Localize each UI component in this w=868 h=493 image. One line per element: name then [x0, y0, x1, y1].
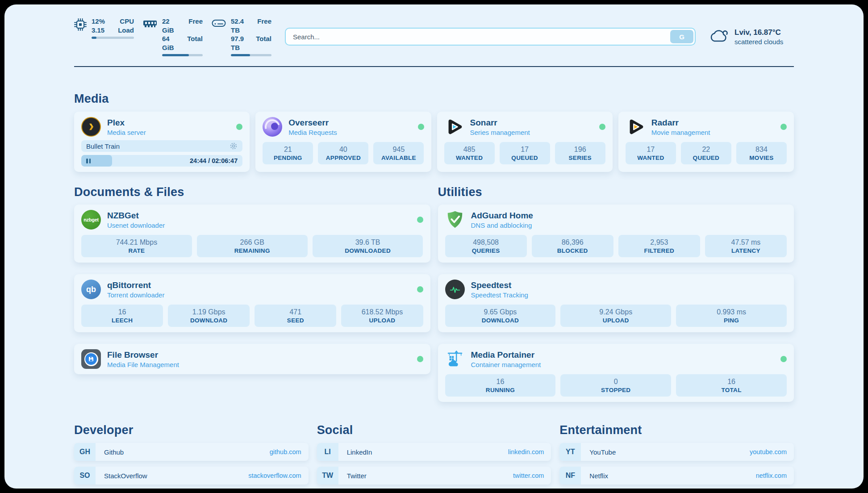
filebrowser-icon — [81, 349, 101, 369]
cpu-progress-track — [92, 37, 134, 39]
section-title-media: Media — [74, 92, 794, 106]
stat-pill: 485 WANTED — [444, 142, 495, 164]
bookmark-netflix[interactable]: NF Netflix netflix.com — [559, 467, 794, 485]
cpu-progress-fill — [92, 37, 96, 39]
app-title: Overseerr — [288, 118, 337, 128]
app-card-overseerr[interactable]: Overseerr Media Requests 21 PENDING 40 A… — [255, 112, 431, 172]
app-card-filebrowser[interactable]: File Browser Media File Management — [74, 344, 430, 374]
overseerr-icon — [263, 117, 282, 137]
ram-total-label: Total — [187, 34, 203, 52]
stat-pill: 47.57 ms LATENCY — [705, 235, 787, 257]
app-title: Speedtest — [471, 280, 528, 290]
bookmark-twitter[interactable]: TW Twitter twitter.com — [317, 467, 551, 485]
stat-pill: 16 LEECH — [81, 305, 163, 327]
stat-pill: 21 PENDING — [263, 142, 313, 164]
app-card-qbittorrent[interactable]: qb qBittorrent Torrent downloader 16 LEE… — [74, 274, 430, 332]
app-title: Media Portainer — [471, 350, 541, 360]
ram-free-value: 22 GiB — [162, 17, 183, 34]
stat-pill: 1.19 Gbps DOWNLOAD — [168, 305, 250, 327]
stat-pill: 471 SEED — [255, 305, 336, 327]
stat-pill: 16 TOTAL — [676, 374, 787, 397]
app-card-plex[interactable]: Plex Media server Bullet Train — [74, 112, 250, 172]
plex-progress-bar[interactable]: 24:44 / 02:06:47 — [81, 155, 242, 167]
qbittorrent-icon: qb — [81, 280, 101, 299]
app-card-speedtest[interactable]: Speedtest Speedtest Tracking 9.65 Gbps D… — [438, 274, 794, 332]
app-card-sonarr[interactable]: Sonarr Series management 485 WANTED 17 Q… — [437, 112, 613, 172]
app-card-radarr[interactable]: Radarr Movie management 17 WANTED 22 QUE… — [618, 112, 794, 172]
status-dot-online — [417, 356, 423, 362]
stat-pill: 17 WANTED — [626, 142, 676, 164]
portainer-icon — [445, 349, 465, 369]
stat-pill: 39.6 TB DOWNLOADED — [313, 235, 423, 257]
stat-pill: 16 RUNNING — [445, 374, 556, 397]
cpu-widget: 12% CPU 3.15 Load — [74, 17, 134, 56]
now-playing-title: Bullet Train — [86, 142, 120, 150]
speedtest-icon — [445, 280, 465, 299]
stat-pill: 266 GB REMAINING — [197, 235, 308, 257]
weather-widget[interactable]: Lviv, 16.87°C scattered clouds — [709, 28, 794, 46]
disk-icon — [212, 18, 226, 28]
app-subtitle: Media Requests — [288, 129, 337, 136]
cpu-usage-value: 12% — [92, 17, 105, 26]
disk-progress-track — [231, 54, 271, 56]
app-subtitle: Media File Management — [107, 361, 179, 368]
radarr-icon — [626, 117, 645, 137]
settings-icon[interactable] — [230, 142, 238, 150]
app-title: Radarr — [651, 118, 710, 128]
section-title-utilities: Utilities — [438, 185, 794, 199]
cpu-label: CPU — [109, 17, 134, 26]
status-dot-online — [780, 124, 787, 130]
plex-icon — [81, 117, 101, 137]
status-dot-online — [418, 124, 424, 130]
section-utilities: Utilities AdGuard Home — [438, 185, 794, 402]
stat-pill: 40 APPROVED — [318, 142, 368, 164]
stat-pill: 17 QUEUED — [500, 142, 550, 164]
app-subtitle: Series management — [470, 129, 530, 136]
section-documents: Documents & Files nzbget NZBGet Usenet d… — [74, 185, 430, 374]
stat-pill: 196 SERIES — [555, 142, 605, 164]
disk-free-label: Free — [256, 17, 271, 34]
cpu-load-label: Load — [109, 26, 134, 35]
search-input[interactable] — [285, 28, 696, 46]
weather-condition: scattered clouds — [734, 38, 783, 46]
search-box: G — [285, 28, 696, 46]
media-cards: Plex Media server Bullet Train — [74, 112, 794, 172]
status-dot-online — [780, 356, 787, 362]
bookmark-github[interactable]: GH Github github.com — [74, 443, 309, 461]
section-developer: Developer GH Github github.com SO StackO… — [74, 423, 309, 489]
stat-pill: 834 MOVIES — [736, 142, 787, 164]
section-social: Social LI LinkedIn linkedin.com TW Twitt… — [317, 423, 551, 485]
bookmark-youtube[interactable]: YT YouTube youtube.com — [559, 443, 794, 461]
bookmark-linkedin[interactable]: LI LinkedIn linkedin.com — [317, 443, 551, 461]
nzbget-icon: nzbget — [81, 210, 101, 230]
app-subtitle: Container management — [471, 361, 541, 368]
disk-free-value: 52.4 TB — [231, 17, 251, 34]
app-title: NZBGet — [107, 211, 165, 221]
cpu-load-value: 3.15 — [92, 26, 105, 35]
middle-columns: Documents & Files nzbget NZBGet Usenet d… — [74, 185, 794, 402]
ram-total-value: 64 GiB — [162, 34, 183, 52]
pause-icon — [86, 159, 88, 163]
bookmark-columns: Developer GH Github github.com SO StackO… — [74, 423, 794, 489]
app-card-portainer[interactable]: Media Portainer Container management 16 … — [438, 344, 794, 402]
ram-progress-track — [162, 54, 203, 56]
status-dot-online — [417, 217, 423, 223]
plex-playback-time: 24:44 / 02:06:47 — [190, 155, 238, 167]
stat-pill: 618.52 Mbps UPLOAD — [341, 305, 423, 327]
bookmark-stackoverflow[interactable]: SO StackOverflow stackoverflow.com — [74, 467, 309, 485]
app-subtitle: Torrent downloader — [107, 291, 164, 299]
app-card-adguard[interactable]: AdGuard Home DNS and adblocking 498,508 … — [438, 205, 794, 263]
disk-widget: 52.4 TB Free 97.9 TB Total — [212, 17, 271, 56]
status-dot-online — [417, 286, 423, 292]
stat-pill: 498,508 QUERIES — [445, 235, 527, 257]
ram-widget: 22 GiB Free 64 GiB Total — [143, 17, 203, 56]
plex-progress-fill — [81, 155, 112, 167]
section-media: Media — [74, 92, 794, 172]
app-card-nzbget[interactable]: nzbget NZBGet Usenet downloader 744.21 M… — [74, 205, 430, 263]
cpu-icon — [74, 18, 87, 31]
app-subtitle: Movie management — [651, 129, 710, 136]
disk-total-value: 97.9 TB — [231, 34, 251, 52]
app-title: File Browser — [107, 350, 179, 360]
ram-progress-fill — [162, 54, 189, 56]
search-provider-button[interactable]: G — [670, 30, 693, 43]
